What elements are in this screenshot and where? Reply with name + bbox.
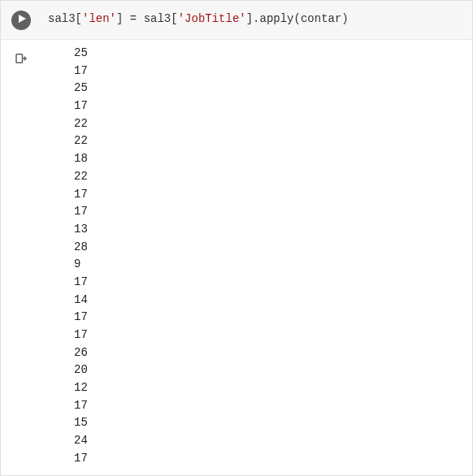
code-editor[interactable]: sal3['len'] = sal3['JobTitle'].apply(con… <box>41 7 472 32</box>
output-line: 9 <box>74 256 466 274</box>
output-cell: 2517251722221822171713289171417172620121… <box>1 40 472 473</box>
output-line: 17 <box>74 274 466 292</box>
output-line: 17 <box>74 186 466 204</box>
output-line: 15 <box>74 414 466 432</box>
output-line: 17 <box>74 450 466 468</box>
notebook-cell: sal3['len'] = sal3['JobTitle'].apply(con… <box>1 1 472 473</box>
output-line: 28 <box>74 239 466 257</box>
output-line: 22 <box>74 115 466 133</box>
output-line: 17 <box>74 309 466 327</box>
code-token: ] <box>246 12 253 25</box>
run-button[interactable] <box>11 11 31 30</box>
output-line: 12 <box>74 379 466 397</box>
code-token: sal3 <box>144 12 171 25</box>
output-line: 17 <box>74 327 466 344</box>
output-arrow-icon <box>14 56 28 69</box>
code-token: sal3 <box>48 12 76 25</box>
output-line: 17 <box>74 397 466 415</box>
output-line: 24 <box>74 432 466 450</box>
code-gutter <box>1 7 41 32</box>
code-token: 'len' <box>82 12 116 25</box>
output-line: 18 <box>74 150 466 168</box>
output-line: 25 <box>74 45 466 63</box>
code-token <box>137 12 143 25</box>
code-cell: sal3['len'] = sal3['JobTitle'].apply(con… <box>1 1 472 40</box>
output-toggle-button[interactable] <box>14 51 28 66</box>
output-line: 17 <box>74 97 466 115</box>
output-line: 26 <box>74 344 466 362</box>
code-token <box>123 12 129 25</box>
code-token: apply <box>260 12 294 25</box>
code-line: sal3['len'] = sal3['JobTitle'].apply(con… <box>48 11 466 28</box>
code-token: 'JobTitle' <box>178 12 246 25</box>
output-line: 22 <box>74 132 466 150</box>
output-content: 2517251722221822171713289171417172620121… <box>41 40 472 473</box>
code-token: . <box>253 12 259 25</box>
code-token: ( <box>294 12 301 25</box>
svg-rect-1 <box>16 54 23 63</box>
output-line: 17 <box>74 63 466 80</box>
svg-marker-0 <box>19 15 26 23</box>
code-token: contar <box>301 12 341 25</box>
code-token: = <box>130 12 137 25</box>
code-token: ) <box>341 12 348 25</box>
code-token: [ <box>76 12 82 25</box>
output-line: 25 <box>74 80 466 97</box>
play-icon <box>15 14 27 27</box>
code-token: [ <box>171 12 177 25</box>
output-line: 20 <box>74 361 466 379</box>
output-line: 14 <box>74 292 466 309</box>
output-line: 13 <box>74 221 466 239</box>
output-line: 17 <box>74 203 466 221</box>
output-line: 22 <box>74 168 466 186</box>
output-gutter <box>1 40 41 473</box>
